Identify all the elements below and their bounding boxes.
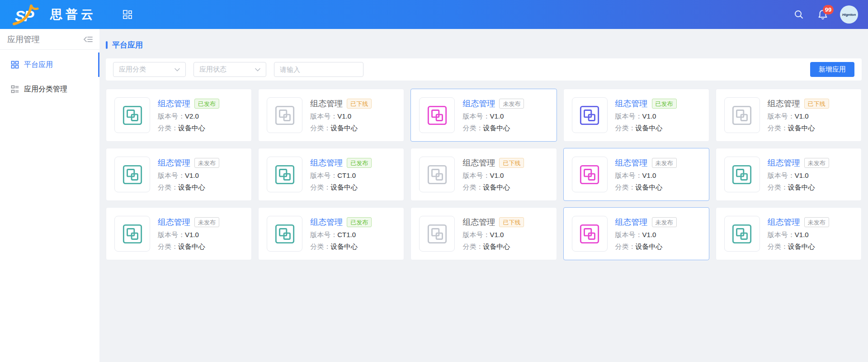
sidebar-item-app-category-management[interactable]: 应用分类管理 (0, 77, 99, 101)
app-card[interactable]: 组态管理 未发布 版本号：V1.0 分类：设备中心 (716, 148, 862, 201)
app-card-title-row: 组态管理 未发布 (768, 217, 829, 228)
app-title-link[interactable]: 组态管理 (462, 157, 495, 168)
app-title-link[interactable]: 组态管理 (768, 98, 800, 109)
version-value: CT1.0 (337, 231, 356, 238)
notification-bell-icon[interactable]: 99 (817, 9, 828, 20)
category-row: 分类：设备中心 (768, 183, 829, 192)
category-value: 设备中心 (788, 183, 815, 191)
app-card-title-row: 组态管理 已下线 (310, 98, 372, 109)
category-row: 分类：设备中心 (158, 183, 219, 192)
app-icon-box (572, 97, 608, 133)
category-label: 分类： (310, 183, 330, 191)
app-title-link[interactable]: 组态管理 (615, 157, 648, 168)
category-row: 分类：设备中心 (158, 124, 219, 133)
app-card[interactable]: 组态管理 未发布 版本号：V1.0 分类：设备中心 (106, 207, 252, 260)
app-card[interactable]: 组态管理 已下线 版本号：V1.0 分类：设备中心 (410, 148, 557, 201)
app-card[interactable]: 组态管理 未发布 版本号：V1.0 分类：设备中心 (563, 148, 709, 201)
category-label: 分类： (768, 243, 788, 250)
version-label: 版本号： (615, 231, 642, 238)
version-value: V1.0 (490, 171, 504, 179)
overlapping-squares-icon (274, 224, 295, 244)
version-row: 版本号：CT1.0 (310, 231, 372, 239)
sidebar-collapse-icon[interactable] (83, 35, 93, 43)
app-title-link[interactable]: 组态管理 (158, 98, 190, 109)
overlapping-squares-icon (122, 105, 143, 126)
app-category-select[interactable]: 应用分类 (113, 62, 186, 77)
app-title-link[interactable]: 组态管理 (310, 217, 343, 228)
version-row: 版本号：V1.0 (462, 171, 524, 180)
app-card-body: 组态管理 未发布 版本号：V1.0 分类：设备中心 (615, 217, 677, 251)
version-label: 版本号： (768, 112, 795, 120)
sidebar-item-label: 应用分类管理 (24, 85, 67, 94)
app-card[interactable]: 组态管理 已发布 版本号：V2.0 分类：设备中心 (106, 89, 252, 142)
status-badge: 已下线 (804, 99, 829, 109)
app-card-body: 组态管理 未发布 版本号：V1.0 分类：设备中心 (615, 157, 677, 192)
app-card[interactable]: 组态管理 已下线 版本号：V1.0 分类：设备中心 (716, 89, 862, 142)
app-card[interactable]: 组态管理 已发布 版本号：CT1.0 分类：设备中心 (258, 148, 404, 201)
app-card-title-row: 组态管理 未发布 (615, 157, 677, 168)
app-title-link[interactable]: 组态管理 (158, 157, 190, 168)
app-icon-box (419, 157, 455, 192)
app-card-body: 组态管理 已下线 版本号：V1.0 分类：设备中心 (462, 217, 524, 251)
app-card-body: 组态管理 已发布 版本号：V1.0 分类：设备中心 (615, 98, 677, 133)
app-title-link[interactable]: 组态管理 (310, 157, 343, 168)
app-title-link[interactable]: 组态管理 (615, 217, 648, 228)
logo-sp-text: SP (15, 7, 33, 25)
app-card-body: 组态管理 已下线 版本号：V1.0 分类：设备中心 (310, 98, 372, 133)
overlapping-squares-icon (427, 224, 448, 244)
category-value: 设备中心 (178, 183, 205, 191)
app-card-body: 组态管理 已发布 版本号：V2.0 分类：设备中心 (158, 98, 219, 133)
page-title: 平台应用 (106, 40, 862, 50)
version-row: 版本号：V1.0 (462, 231, 524, 239)
app-icon-box (267, 157, 302, 192)
app-card-body: 组态管理 未发布 版本号：V1.0 分类：设备中心 (158, 217, 219, 251)
version-label: 版本号： (768, 171, 795, 179)
app-card[interactable]: 组态管理 已发布 版本号：V1.0 分类：设备中心 (563, 89, 709, 142)
app-card-title-row: 组态管理 已发布 (310, 157, 372, 168)
app-title-link[interactable]: 组态管理 (158, 217, 190, 228)
category-row: 分类：设备中心 (310, 183, 372, 192)
search-glyph (794, 10, 804, 19)
version-row: 版本号：V2.0 (158, 112, 219, 121)
app-title-link[interactable]: 组态管理 (462, 217, 495, 228)
apps-grid-icon[interactable] (123, 10, 133, 20)
version-value: V1.0 (642, 231, 656, 238)
app-card-title-row: 组态管理 已下线 (462, 157, 524, 168)
category-value: 设备中心 (330, 183, 358, 191)
overlapping-squares-icon (427, 164, 448, 185)
app-status-select[interactable]: 应用状态 (193, 62, 266, 77)
app-title-link[interactable]: 组态管理 (615, 98, 648, 109)
user-avatar[interactable]: Hignton (840, 5, 858, 24)
category-label: 分类： (462, 124, 483, 132)
add-app-button[interactable]: 新增应用 (810, 62, 854, 77)
app-card[interactable]: 组态管理 未发布 版本号：V1.0 分类：设备中心 (563, 207, 709, 260)
category-label: 分类： (310, 124, 330, 132)
status-badge: 未发布 (804, 158, 829, 168)
overlapping-squares-icon (274, 164, 295, 185)
app-card-title-row: 组态管理 未发布 (615, 217, 677, 228)
app-card[interactable]: 组态管理 未发布 版本号：V1.0 分类：设备中心 (716, 207, 862, 260)
version-label: 版本号： (768, 231, 795, 238)
app-card[interactable]: 组态管理 已下线 版本号：V1.0 分类：设备中心 (410, 207, 557, 260)
search-input[interactable] (274, 62, 363, 77)
sidebar-item-platform-apps[interactable]: 平台应用 (0, 52, 99, 77)
overlapping-squares-icon (731, 105, 752, 126)
app-card[interactable]: 组态管理 已下线 版本号：V1.0 分类：设备中心 (258, 89, 404, 142)
category-value: 设备中心 (788, 124, 815, 132)
status-badge: 未发布 (194, 158, 219, 168)
app-title-link[interactable]: 组态管理 (768, 217, 800, 228)
category-row: 分类：设备中心 (310, 124, 372, 133)
app-title-link[interactable]: 组态管理 (768, 157, 800, 168)
category-row: 分类：设备中心 (462, 243, 524, 251)
sidebar-title: 应用管理 (7, 34, 40, 45)
search-icon[interactable] (794, 10, 804, 19)
app-title-link[interactable]: 组态管理 (462, 98, 495, 109)
version-value: V1.0 (642, 112, 656, 120)
app-card[interactable]: 组态管理 已发布 版本号：CT1.0 分类：设备中心 (258, 207, 404, 260)
sidebar-header: 应用管理 (0, 29, 99, 50)
app-card[interactable]: 组态管理 未发布 版本号：V1.0 分类：设备中心 (106, 148, 252, 201)
version-label: 版本号： (615, 171, 642, 179)
app-title-link[interactable]: 组态管理 (310, 98, 343, 109)
overlapping-squares-icon (579, 105, 600, 126)
app-card[interactable]: 组态管理 未发布 版本号：V1.0 分类：设备中心 (410, 89, 557, 142)
